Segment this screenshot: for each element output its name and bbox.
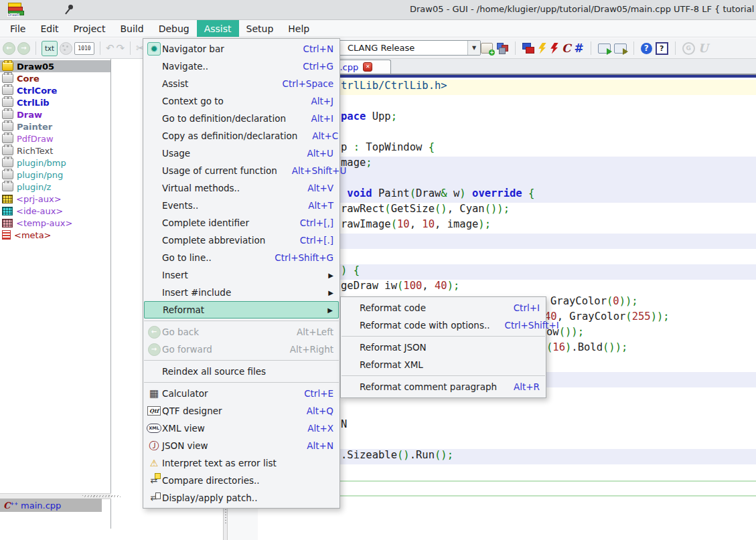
package-item-pdfdraw[interactable]: PdfDraw <box>0 132 110 145</box>
menu-item-xml-view[interactable]: XMLXML viewAlt+X <box>143 420 339 437</box>
menu-item-go-forward[interactable]: →Go forwardAlt+Right <box>143 341 339 358</box>
back-icon[interactable]: ← <box>3 42 15 55</box>
menu-item-label: Interpret text as error list <box>162 458 277 468</box>
package-item--prj-aux-[interactable]: <prj-aux> <box>0 193 110 205</box>
build-bolt-icon[interactable] <box>538 43 546 54</box>
menu-item-reformat-code[interactable]: Reformat codeCtrl+I <box>341 299 546 317</box>
code-line: rawImage(10, 10, image); <box>341 218 491 234</box>
menu-item-label: Insert <box>162 270 188 280</box>
package-item-painter[interactable]: Painter <box>0 120 110 132</box>
toolbar-separator <box>35 41 36 55</box>
menu-item-shortcut: Ctrl+[,] <box>285 217 333 228</box>
menu-item-usage[interactable]: UsageAlt+U <box>143 145 339 162</box>
images-icon[interactable] <box>522 43 534 54</box>
menu-item-label: QTF designer <box>162 406 222 416</box>
menu-item-label: Usage of current function <box>162 165 277 176</box>
menubar-item-edit[interactable]: Edit <box>33 20 66 37</box>
run-debug-icon[interactable] <box>614 43 627 54</box>
package-item-draw05[interactable]: Draw05 <box>0 60 110 72</box>
menu-item-context-go-to[interactable]: Context go toAlt+J <box>143 92 339 110</box>
menu-item-reformat-comment-paragraph[interactable]: Reformat comment paragraphAlt+R <box>341 378 546 395</box>
code-line: pace Upp; <box>341 110 397 126</box>
menu-item-copy-as-definition-declaration[interactable]: Copy as definition/declarationAlt+C <box>143 127 339 145</box>
menu-item-reformat-code-with-options[interactable]: Reformat code with options..Ctrl+Shift+I <box>341 317 546 334</box>
menu-item-reformat[interactable]: Reformat▶ <box>144 301 339 319</box>
menu-item-label: Reformat code <box>360 302 426 313</box>
menubar-item-project[interactable]: Project <box>66 20 113 37</box>
menu-item-reindex-all-source-files[interactable]: Reindex all source files <box>143 363 339 380</box>
menu-item-shortcut: Ctrl+I <box>499 302 540 313</box>
menu-item-virtual-methods[interactable]: Virtual methods..Alt+V <box>143 179 339 197</box>
package-item-plugin-z[interactable]: plugin/z <box>0 181 110 193</box>
package-item-core[interactable]: Core <box>0 72 110 84</box>
txt-editor-button[interactable]: txt <box>42 41 58 56</box>
run-icon[interactable] <box>598 43 611 54</box>
menu-item-navigator-bar[interactable]: ✹Navigator barCtrl+N <box>143 40 339 58</box>
build-methods-icon[interactable] <box>496 43 508 54</box>
menu-item-insert[interactable]: Insert▶ <box>143 266 339 284</box>
redo-icon[interactable]: ↷ <box>117 38 125 58</box>
pane-splitter[interactable] <box>223 505 228 540</box>
menubar-item-assist[interactable]: Assist <box>197 20 239 37</box>
menu-item-label: Go to line.. <box>162 252 212 263</box>
line-count-icon[interactable]: # <box>575 39 584 58</box>
menubar-item-help[interactable]: Help <box>281 20 317 37</box>
toolbar-separator <box>633 41 634 55</box>
package-item--temp-aux-[interactable]: <temp-aux> <box>0 217 110 229</box>
menu-item-go-back[interactable]: ←Go backAlt+Left <box>143 323 339 341</box>
menu-item-complete-abbreviation[interactable]: Complete abbreviationCtrl+[.] <box>143 232 339 249</box>
menu-item-navigate[interactable]: Navigate..Ctrl+G <box>143 58 339 75</box>
package-item-plugin-png[interactable]: plugin/png <box>0 169 110 181</box>
package-item-draw[interactable]: Draw <box>0 108 110 120</box>
file-list-item-main-cpp[interactable]: C++ main.cpp <box>0 499 102 512</box>
undo-icon[interactable]: ↶ <box>106 38 115 58</box>
context-help-icon[interactable]: ? <box>656 42 668 55</box>
submenu-arrow-icon: ▶ <box>327 306 333 314</box>
menu-item-calculator[interactable]: ▦CalculatorCtrl+E <box>143 385 339 402</box>
menu-item-display-apply-patch[interactable]: ⇄Display/apply patch.. <box>143 489 339 507</box>
help-icon[interactable]: ? <box>641 43 652 54</box>
add-package-icon[interactable]: + <box>481 43 493 54</box>
package-item-ctrlcore[interactable]: CtrlCore <box>0 84 110 96</box>
close-icon[interactable]: ✕ <box>363 62 372 72</box>
menu-item-go-to-definition-declaration[interactable]: Go to definition/declarationAlt+I <box>143 110 339 127</box>
menu-item-shortcut: Alt+N <box>292 440 333 451</box>
menubar-item-setup[interactable]: Setup <box>239 20 281 37</box>
package-item-ctrllib[interactable]: CtrlLib <box>0 96 110 108</box>
chevron-down-icon[interactable]: ▼ <box>467 41 480 55</box>
package-item--meta-[interactable]: <meta> <box>0 229 110 241</box>
menu-item-complete-identifier[interactable]: Complete identifierCtrl+[,] <box>143 214 339 232</box>
menu-icon-spacer <box>146 59 162 74</box>
package-name: plugin/z <box>17 182 51 192</box>
menu-item-qtf-designer[interactable]: QtfQTF designerAlt+Q <box>143 402 339 420</box>
menubar-item-file[interactable]: File <box>3 20 33 37</box>
code-line: .Sizeable().Run(); <box>341 449 453 464</box>
menu-item-shortcut: Ctrl+Shift+G <box>260 252 333 263</box>
menubar-item-build[interactable]: Build <box>112 20 151 37</box>
package-item-plugin-bmp[interactable]: plugin/bmp <box>0 157 110 169</box>
menu-item-json-view[interactable]: ⒿJSON viewAlt+N <box>143 437 339 454</box>
menu-item-events[interactable]: Events..Alt+T <box>143 197 339 214</box>
menu-item-go-to-line[interactable]: Go to line..Ctrl+Shift+G <box>143 249 339 266</box>
menu-icon-spacer <box>146 285 162 300</box>
menu-item-assist[interactable]: AssistCtrl+Space <box>143 75 339 92</box>
package-item-richtext[interactable]: RichText <box>0 145 110 157</box>
forward-icon[interactable]: → <box>17 42 30 55</box>
preprocess-c-icon[interactable]: C <box>562 39 571 58</box>
rebuild-bolt-icon[interactable] <box>550 43 558 54</box>
menu-item-reformat-xml[interactable]: Reformat XML <box>341 356 546 373</box>
package-name: <prj-aux> <box>16 194 62 204</box>
pin-icon[interactable] <box>64 4 75 15</box>
menu-item-compare-directories[interactable]: ⇄Compare directories.. <box>143 472 339 489</box>
menu-item-interpret-text-as-error-list[interactable]: ⚠Interpret text as error list <box>143 454 339 472</box>
navigator-icon: ✹ <box>147 42 161 56</box>
menu-icon-spacer <box>344 318 360 333</box>
package-item--ide-aux-[interactable]: <ide-aux> <box>0 205 110 217</box>
menu-item-usage-of-current-function[interactable]: Usage of current functionAlt+Shift+U <box>143 162 339 179</box>
designer-palette-icon[interactable] <box>60 42 72 55</box>
package-icon <box>2 122 13 131</box>
menu-item-insert-include[interactable]: Insert #include▶ <box>143 284 339 301</box>
menu-item-reformat-json[interactable]: Reformat JSON <box>341 339 546 356</box>
binary-view-button[interactable]: 1010 <box>74 42 94 55</box>
menubar-item-debug[interactable]: Debug <box>151 20 197 37</box>
